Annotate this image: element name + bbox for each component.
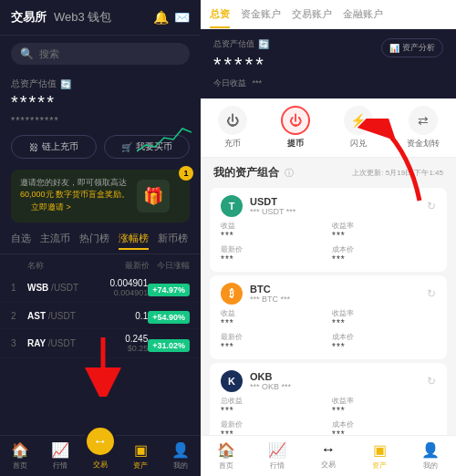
chart-icon-right: 📈 — [268, 441, 286, 459]
market-tabs: 自选 主流币 热门榜 涨幅榜 新币榜 — [0, 228, 201, 254]
table-row[interactable]: 2 AST /USDT 0.1 +54.90% — [0, 303, 201, 329]
right-asset-header: 总资产估值 🔄 ***** 今日收益 *** 📊 资产分析 — [213, 38, 443, 89]
nav-asset-right[interactable]: ▣ 资产 — [354, 441, 405, 471]
info-icon: ⓘ — [285, 167, 294, 180]
asset-value: ***** — [11, 92, 190, 113]
tab-zhuliu[interactable]: 主流币 — [40, 232, 70, 250]
right-bottom-nav: 🏠 首页 📈 行情 ↔ 交易 ▣ 资产 👤 我的 — [201, 435, 456, 476]
okb-stats: 总收益 *** 收益率 *** 最新价 *** 成本价 *** — [221, 396, 436, 435]
price-1: 0.004901 0.004901 — [88, 278, 148, 297]
portfolio-update: 上次更新: 5月19日 下午1:45 — [352, 168, 443, 178]
tab-zixuan[interactable]: 自选 — [11, 232, 31, 250]
trade-icon-right: ↔ — [321, 441, 336, 458]
usdt-stats: 收益 *** 收益率 *** 最新价 *** 成本价 *** — [221, 221, 436, 264]
refresh-icon-right[interactable]: 🔄 — [258, 39, 269, 49]
right-asset-label: 总资产估值 🔄 — [213, 38, 269, 50]
right-asset-info: 总资产估值 🔄 ***** 今日收益 *** — [213, 38, 269, 89]
nav-profile-right[interactable]: 👤 我的 — [405, 441, 456, 471]
action-transfer[interactable]: ⇄ 资金划转 — [407, 106, 440, 150]
nav-trade-left[interactable]: ↔ 交易 — [80, 441, 120, 471]
change-3: +31.02% — [148, 336, 190, 352]
okb-cost: 成本价 *** — [332, 419, 436, 435]
right-top-tabs: 总资 资金账户 交易账户 金融账户 — [201, 0, 456, 29]
search-input[interactable] — [39, 48, 181, 59]
pair-1: WSB /USDT — [27, 283, 88, 293]
right-asset-value: ***** — [213, 53, 269, 77]
tab-finance[interactable]: 金融账户 — [343, 7, 383, 28]
power-on-icon: ⏻ — [226, 113, 239, 128]
action-swap[interactable]: ⚡ 闪兑 — [344, 106, 373, 150]
nav-asset-left[interactable]: ▣ 资产 — [120, 441, 161, 471]
refresh-icon[interactable]: 🔄 — [60, 79, 71, 89]
btc-card: ₿ BTC *** BTC *** ↻ 收益 *** 收益率 *** — [210, 275, 447, 359]
sparkline-chart — [137, 119, 192, 156]
message-icon[interactable]: ✉️ — [174, 10, 190, 25]
left-header: 交易所 Web3 钱包 🔔 ✉️ — [0, 0, 201, 36]
col-price-header: 最新价 — [88, 260, 150, 272]
table-row[interactable]: 3 RAY /USDT 0.245 $0.25 +31.02% — [0, 329, 201, 358]
okb-latest-price: 最新价 *** — [221, 419, 325, 435]
transfer-label: 资金划转 — [407, 138, 440, 150]
change-2: +54.90% — [148, 307, 190, 324]
tab-total[interactable]: 总资 — [210, 7, 230, 28]
tab-fund[interactable]: 资金账户 — [241, 7, 281, 28]
usdt-profit: 收益 *** — [221, 221, 325, 241]
promo-link[interactable]: 立即邀请 > — [20, 200, 130, 215]
pair-3: RAY /USDT — [27, 338, 88, 348]
price-3: 0.245 $0.25 — [88, 334, 148, 353]
swap-icon-circle: ⚡ — [344, 106, 373, 135]
web3-title: Web3 钱包 — [54, 9, 111, 26]
pair-2: AST /USDT — [27, 311, 88, 321]
promo-gift-icon: 🎁 — [137, 180, 170, 212]
analysis-button[interactable]: 📊 资产分析 — [381, 38, 443, 57]
profile-icon: 👤 — [171, 441, 190, 459]
right-actions: ⏻ 充币 ⏻ 提币 ⚡ 闪兑 ⇄ 资金划转 — [201, 98, 456, 158]
action-deposit[interactable]: ⏻ 充币 — [218, 106, 247, 150]
okb-avatar: K — [221, 370, 243, 392]
okb-card: K OKB *** OKB *** ↻ 总收益 *** 收益率 *** — [210, 363, 447, 435]
chain-icon: ⛓ — [29, 142, 38, 152]
bell-icon[interactable]: 🔔 — [153, 10, 169, 25]
tab-gainers[interactable]: 涨幅榜 — [119, 232, 149, 250]
table-row[interactable]: 1 WSB /USDT 0.004901 0.004901 +74.97% — [0, 274, 201, 303]
usdt-info: USDT *** USDT *** — [250, 196, 295, 216]
tab-trade[interactable]: 交易账户 — [292, 7, 332, 28]
action-withdraw[interactable]: ⏻ 提币 — [281, 106, 310, 150]
portfolio-title: 我的资产组合 — [213, 165, 279, 181]
nav-trade-right[interactable]: ↔ 交易 — [303, 441, 354, 471]
btc-refresh[interactable]: ↻ — [427, 287, 436, 300]
flash-icon: ⚡ — [350, 113, 366, 128]
nav-home-right[interactable]: 🏠 首页 — [201, 441, 252, 471]
deposit-button[interactable]: ⛓ 链上充币 — [11, 135, 97, 159]
rank-1: 1 — [11, 283, 24, 293]
search-bar: 🔍 — [11, 43, 190, 65]
transfer-icon: ⇄ — [418, 113, 429, 128]
okb-card-header: K OKB *** OKB *** ↻ — [221, 370, 436, 392]
home-icon: 🏠 — [11, 441, 29, 459]
nav-market-right[interactable]: 📈 行情 — [252, 441, 303, 471]
okb-refresh[interactable]: ↻ — [427, 375, 436, 388]
nav-market-left[interactable]: 📈 行情 — [40, 441, 80, 471]
usdt-card: T USDT *** USDT *** ↻ 收益 *** 收益率 *** — [210, 188, 447, 272]
deposit-label: 充币 — [224, 138, 241, 150]
chart-icon: 📈 — [51, 441, 69, 459]
left-bottom-nav: 🏠 首页 📈 行情 ↔ 交易 ▣ 资产 👤 我的 — [0, 435, 201, 476]
promo-badge: 1 — [179, 166, 193, 181]
tab-new[interactable]: 新币榜 — [158, 232, 188, 250]
change-1: +74.97% — [148, 280, 190, 296]
btc-roi: 收益率 *** — [332, 308, 436, 328]
home-icon-right: 🏠 — [217, 441, 235, 459]
okb-info: OKB *** OKB *** — [250, 371, 291, 391]
cart-icon: 🛒 — [121, 142, 132, 152]
swap-label: 闪兑 — [350, 138, 367, 150]
btc-profit: 收益 *** — [221, 308, 325, 328]
portfolio-header: 我的资产组合 ⓘ 上次更新: 5月19日 下午1:45 — [201, 158, 456, 184]
deposit-icon-circle: ⏻ — [218, 106, 247, 135]
nav-profile-left[interactable]: 👤 我的 — [161, 441, 201, 471]
usdt-refresh[interactable]: ↻ — [427, 200, 436, 212]
tab-hot[interactable]: 热门榜 — [79, 232, 109, 250]
profile-icon-right: 👤 — [421, 441, 440, 459]
exchange-title: 交易所 — [11, 9, 47, 26]
nav-home-left[interactable]: 🏠 首页 — [0, 441, 40, 471]
asset-icon-right: ▣ — [373, 441, 387, 459]
